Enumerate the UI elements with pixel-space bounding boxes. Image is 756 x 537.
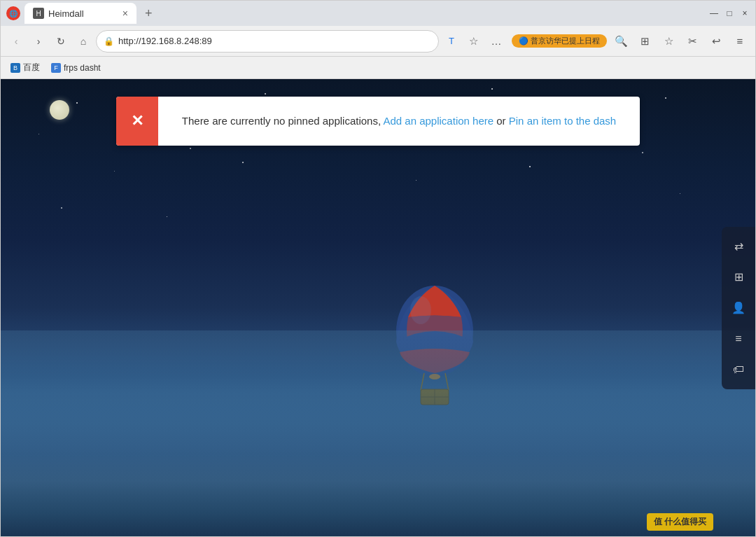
watermark: 值 什么值得买 — [647, 513, 713, 531]
search-btn[interactable]: 🔍 — [611, 32, 631, 51]
tab-title: Heimdall — [48, 8, 84, 19]
undo-btn[interactable]: ↩ — [706, 32, 726, 51]
notification-message: There are currently no pinned applicatio… — [158, 104, 640, 139]
close-window-btn[interactable]: × — [740, 8, 750, 18]
frps-favicon: F — [51, 63, 61, 73]
notification-middle: or — [496, 115, 509, 127]
notification-prefix: There are currently no pinned applicatio… — [182, 115, 381, 127]
sidebar-list-btn[interactable]: ≡ — [724, 325, 752, 353]
browser-frame: 🌐 H Heimdall × + — □ × ‹ › ↻ ⌂ 🔒 http://… — [0, 0, 756, 537]
notification-error-icon[interactable]: ✕ — [116, 97, 158, 146]
watermark-text: 值 什么值得买 — [654, 517, 706, 526]
frps-label: frps dasht — [64, 63, 101, 73]
bookmarks-bar: B 百度 F frps dasht — [1, 57, 755, 79]
news-text: 普京访华已提上日程 — [531, 36, 600, 45]
apps-btn[interactable]: ⊞ — [635, 32, 654, 51]
minimize-btn[interactable]: — — [709, 8, 719, 18]
address-bar[interactable]: 🔒 http://192.168.8.248:89 — [96, 30, 439, 53]
moon — [50, 100, 69, 120]
news-ticker[interactable]: 🔵 普京访华已提上日程 — [512, 34, 607, 48]
translate-btn[interactable]: T — [442, 32, 461, 51]
home-btn[interactable]: ⌂ — [74, 32, 93, 51]
forward-btn[interactable]: › — [29, 32, 48, 51]
bookmark-btn[interactable]: ☆ — [464, 32, 484, 51]
right-sidebar: ⇄ ⊞ 👤 ≡ 🏷 — [722, 227, 755, 389]
address-security-icon: 🔒 — [104, 36, 114, 46]
baidu-label: 百度 — [23, 62, 40, 74]
tab-close-btn[interactable]: × — [122, 8, 128, 19]
page-content: ✕ There are currently no pinned applicat… — [1, 79, 755, 536]
sidebar-grid-btn[interactable]: ⊞ — [724, 263, 752, 291]
reload-btn[interactable]: ↻ — [51, 32, 71, 51]
window-controls: — □ × — [709, 8, 750, 18]
more-btn[interactable]: … — [486, 32, 506, 51]
browser-logo: 🌐 — [6, 6, 20, 20]
maximize-btn[interactable]: □ — [724, 8, 734, 18]
menu-btn[interactable]: ≡ — [730, 32, 750, 51]
water-reflection — [1, 330, 755, 536]
new-tab-button[interactable]: + — [141, 6, 157, 21]
add-application-link[interactable]: Add an application here — [383, 115, 493, 127]
close-icon: ✕ — [131, 112, 144, 130]
news-icon: 🔵 — [519, 36, 528, 45]
bookmark-frps[interactable]: F frps dasht — [47, 62, 105, 74]
sidebar-tag-btn[interactable]: 🏷 — [724, 356, 752, 384]
baidu-favicon: B — [10, 63, 20, 73]
title-bar: 🌐 H Heimdall × + — □ × — [1, 1, 755, 26]
back-btn[interactable]: ‹ — [6, 32, 26, 51]
list-icon: ≡ — [735, 333, 741, 345]
address-url: http://192.168.8.248:89 — [118, 36, 431, 46]
fav-btn[interactable]: ☆ — [659, 32, 678, 51]
extensions-area: T ☆ … — [442, 32, 506, 51]
notification-banner: ✕ There are currently no pinned applicat… — [116, 97, 640, 146]
nav-bar: ‹ › ↻ ⌂ 🔒 http://192.168.8.248:89 T ☆ … … — [1, 26, 755, 57]
grid-icon: ⊞ — [734, 270, 743, 284]
sidebar-arrows-btn[interactable]: ⇄ — [724, 232, 752, 260]
tab-favicon: H — [33, 8, 44, 19]
svg-point-1 — [410, 296, 431, 324]
title-bar-left: 🌐 H Heimdall × + — [6, 3, 706, 24]
sidebar-user-btn[interactable]: 👤 — [724, 294, 752, 322]
bookmark-baidu[interactable]: B 百度 — [6, 60, 44, 75]
right-nav-area: 🔵 普京访华已提上日程 🔍 ⊞ ☆ ✂ ↩ ≡ — [512, 32, 750, 51]
tag-icon: 🏷 — [733, 363, 744, 376]
pin-item-link[interactable]: Pin an item to the dash — [509, 115, 616, 127]
user-icon: 👤 — [732, 301, 746, 314]
arrows-icon: ⇄ — [734, 239, 743, 253]
active-tab[interactable]: H Heimdall × — [24, 3, 136, 24]
scissors-btn[interactable]: ✂ — [682, 32, 702, 51]
